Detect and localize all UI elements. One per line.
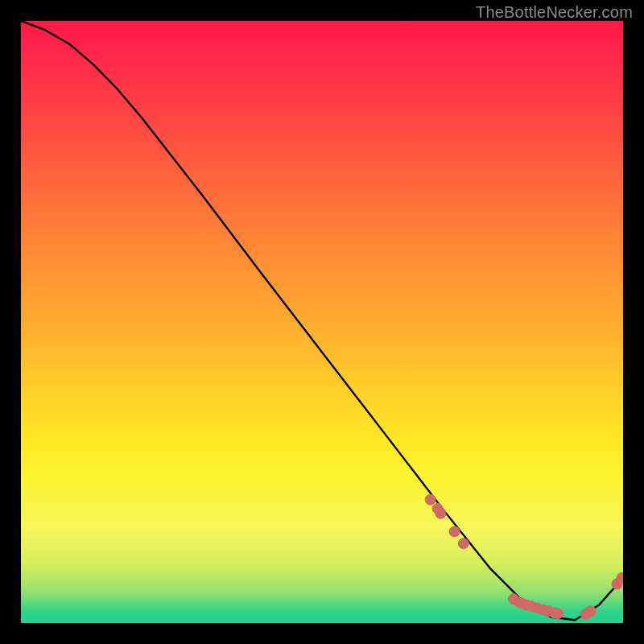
data-marker bbox=[458, 539, 469, 549]
data-marker bbox=[617, 572, 623, 583]
data-marker bbox=[553, 609, 564, 619]
plot-area bbox=[21, 21, 623, 623]
data-marker bbox=[449, 526, 460, 537]
data-marker bbox=[425, 494, 436, 505]
watermark-label: TheBottleNecker.com bbox=[476, 3, 633, 22]
chart-stage: TheBottleNecker.com bbox=[0, 0, 644, 644]
bottleneck-curve bbox=[21, 21, 623, 620]
marker-group bbox=[425, 494, 623, 619]
data-marker bbox=[585, 606, 596, 617]
data-marker bbox=[436, 508, 446, 518]
chart-overlay-svg bbox=[21, 21, 623, 623]
